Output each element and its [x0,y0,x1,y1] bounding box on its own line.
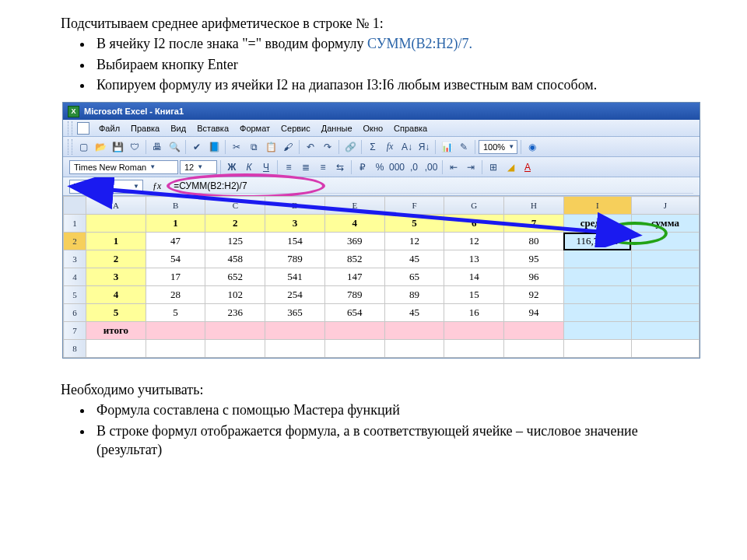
cell-D3[interactable]: 789 [265,250,325,268]
font-name-combo[interactable]: Times New Roman▼ [69,160,178,174]
cell-J5[interactable] [631,286,699,304]
cell-D7[interactable] [265,322,325,340]
cell-C5[interactable]: 102 [205,286,265,304]
help-icon[interactable]: ◉ [524,139,540,155]
cell-I5[interactable] [563,286,631,304]
cell-B4[interactable]: 17 [146,268,205,286]
format-painter-icon[interactable]: 🖌 [280,139,296,155]
cell-D1[interactable]: 3 [265,215,325,233]
col-C[interactable]: C [205,197,265,215]
cell-H6[interactable]: 94 [504,304,564,322]
col-I[interactable]: I [563,197,631,215]
cell-C2[interactable]: 125 [205,233,265,250]
cell-D4[interactable]: 541 [265,268,325,286]
percent-icon[interactable]: % [372,159,388,175]
cell-B1[interactable]: 1 [146,215,205,233]
cell-H7[interactable] [504,322,564,340]
align-left-icon[interactable]: ≡ [281,159,296,175]
cell-G4[interactable]: 14 [444,268,504,286]
worksheet[interactable]: A B C D E F G H I J 1 1 2 3 4 5 6 7 [63,196,700,358]
col-A[interactable]: A [86,197,146,215]
cell-A8[interactable] [86,340,146,358]
cell-F2[interactable]: 12 [384,233,444,250]
autosum-icon[interactable]: Σ [365,139,381,155]
cell-H2[interactable]: 80 [504,233,564,250]
col-F[interactable]: F [384,197,444,215]
borders-icon[interactable]: ⊞ [486,159,501,175]
menu-tools[interactable]: Сервис [276,122,315,135]
zoom-combo[interactable]: 100%▼ [479,140,517,154]
cell-C6[interactable]: 236 [205,304,265,322]
rowhdr-1[interactable]: 1 [64,215,86,233]
cell-B7[interactable] [146,322,205,340]
cell-G6[interactable]: 16 [444,304,504,322]
cell-D2[interactable]: 154 [265,233,325,250]
inc-decimals-icon[interactable]: ,0 [406,159,422,175]
cell-H3[interactable]: 95 [504,250,564,268]
cell-A1[interactable] [86,215,146,233]
col-D[interactable]: D [265,197,325,215]
cell-B3[interactable]: 54 [146,250,205,268]
cell-E6[interactable]: 654 [324,304,384,322]
cut-icon[interactable]: ✂ [229,139,244,155]
menu-window[interactable]: Окно [359,122,388,135]
cell-F3[interactable]: 45 [384,250,444,268]
cell-G2[interactable]: 12 [444,233,504,250]
cell-E3[interactable]: 852 [324,250,384,268]
cell-I4[interactable] [563,268,631,286]
rowhdr-5[interactable]: 5 [64,286,86,304]
cell-H1[interactable]: 7 [504,215,564,233]
dec-indent-icon[interactable]: ⇤ [446,159,461,175]
cell-I2-active[interactable]: 116,71429 [563,233,631,250]
sort-asc-icon[interactable]: A↓ [399,139,415,155]
currency-icon[interactable]: ₽ [355,159,370,175]
hyperlink-icon[interactable]: 🔗 [342,139,358,155]
cell-E2[interactable]: 369 [324,233,384,250]
cell-J2[interactable] [631,233,699,250]
spellcheck-icon[interactable]: ✔ [189,139,205,155]
cell-J6[interactable] [631,304,699,322]
cell-A5[interactable]: 4 [86,286,146,304]
align-center-icon[interactable]: ≣ [298,159,314,175]
menu-data[interactable]: Данные [317,122,357,135]
redo-icon[interactable]: ↷ [320,139,335,155]
cell-J4[interactable] [631,268,699,286]
cell-A3[interactable]: 2 [86,250,146,268]
menu-help[interactable]: Справка [389,122,432,135]
cell-E5[interactable]: 789 [324,286,384,304]
inc-indent-icon[interactable]: ⇥ [463,159,479,175]
permission-icon[interactable]: 🛡 [127,139,142,155]
research-icon[interactable]: 📘 [206,139,222,155]
cell-D5[interactable]: 254 [265,286,325,304]
preview-icon[interactable]: 🔍 [167,139,182,155]
rowhdr-8[interactable]: 8 [64,340,86,358]
underline-icon[interactable]: Ч [258,159,274,175]
rowhdr-4[interactable]: 4 [64,268,86,286]
cell-G5[interactable]: 15 [444,286,504,304]
cell-A6[interactable]: 5 [86,304,146,322]
cell-F4[interactable]: 65 [384,268,444,286]
comma-icon[interactable]: 000 [389,159,405,175]
col-H[interactable]: H [504,197,564,215]
cell-F5[interactable]: 89 [384,286,444,304]
cell-F6[interactable]: 45 [384,304,444,322]
dec-decimals-icon[interactable]: ,00 [423,159,439,175]
cell-I1[interactable]: среднее [563,215,631,233]
rowhdr-7[interactable]: 7 [64,322,86,340]
chart-icon[interactable]: 📊 [439,139,454,155]
cell-E7[interactable] [324,322,384,340]
font-size-combo[interactable]: 12▼ [180,160,217,174]
col-J[interactable]: J [631,197,699,215]
drawing-icon[interactable]: ✎ [456,139,472,155]
cell-G1[interactable]: 6 [444,215,504,233]
print-icon[interactable]: 🖶 [149,139,165,155]
menu-file[interactable]: Файл [94,122,124,135]
undo-icon[interactable]: ↶ [303,139,318,155]
new-icon[interactable]: ▢ [75,139,91,155]
cell-A2[interactable]: 1 [86,233,146,250]
rowhdr-6[interactable]: 6 [64,304,86,322]
cell-I3[interactable] [563,250,631,268]
name-box[interactable]: I2▼ [69,180,143,194]
italic-icon[interactable]: К [241,159,257,175]
cell-J3[interactable] [631,250,699,268]
